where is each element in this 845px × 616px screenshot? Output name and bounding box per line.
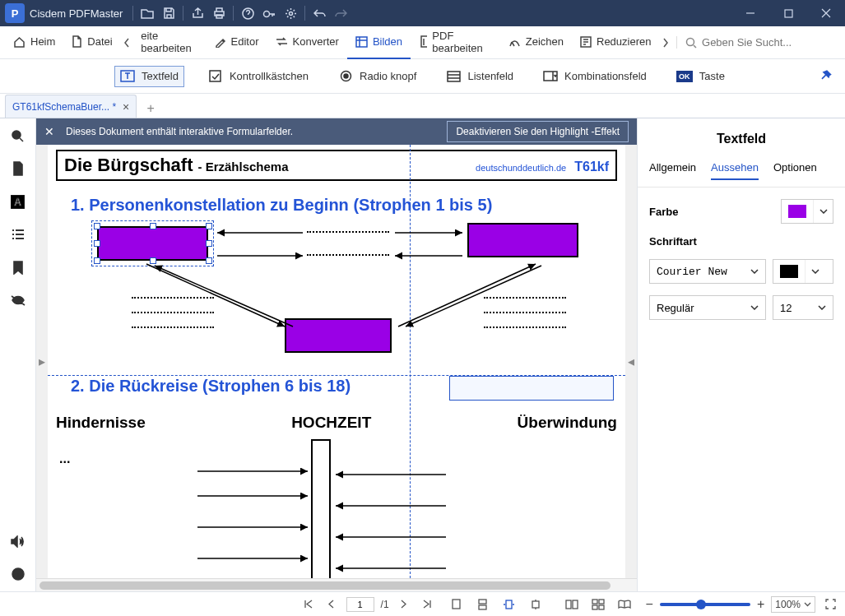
form-field-selected[interactable] [97,226,208,261]
single-page-view-icon[interactable] [448,596,465,613]
add-tab-button[interactable]: + [142,100,160,118]
fullscreen-icon[interactable] [822,596,838,613]
form-field-outline[interactable] [449,376,614,401]
fit-page-icon[interactable] [527,596,544,613]
tab-datei[interactable]: Datei [63,26,120,59]
ptab-aussehen[interactable]: Aussehen [711,161,759,180]
svg-rect-4 [356,37,367,47]
svg-rect-33 [453,600,460,609]
outline-panel-icon[interactable] [9,225,27,243]
page-site-link[interactable]: deutschunddeutlich.de [476,163,566,173]
save-icon[interactable] [158,0,179,26]
ptab-optionen[interactable]: Optionen [773,161,817,180]
resize-handle[interactable] [94,240,100,247]
search-panel-icon[interactable] [9,127,27,145]
last-page-icon[interactable] [419,596,435,613]
separator [183,6,183,21]
svg-rect-11 [448,72,460,81]
document-tab-label: GT61kfSchemaBuer... * [12,101,116,113]
arrow-icon [334,502,449,510]
tab-zeichen[interactable]: Zeichen [500,26,572,59]
resize-handle[interactable] [150,223,156,229]
banner-close-icon[interactable]: ✕ [44,125,54,138]
page-code: T61kf [574,160,609,174]
zoom-slider[interactable] [660,603,750,606]
zoom-out-icon[interactable]: − [646,597,653,612]
toolbar-search[interactable] [676,36,840,49]
info-icon[interactable] [9,565,27,583]
resize-handle[interactable] [94,257,100,264]
collapse-left-icon[interactable]: ▸ [36,145,48,578]
print-icon[interactable] [208,0,230,26]
resize-handle[interactable] [206,223,212,229]
font-size-dropdown[interactable]: 12 [773,295,833,320]
chevron-down-icon [813,200,833,223]
fit-width-icon[interactable] [501,596,518,613]
form-field[interactable] [467,223,578,257]
help-icon[interactable] [237,0,258,26]
two-page-view-icon[interactable] [564,596,580,613]
resize-handle[interactable] [206,240,212,247]
svg-rect-41 [599,600,604,604]
pages-panel-icon[interactable] [9,160,27,178]
zoom-in-icon[interactable]: + [757,597,764,612]
font-family-dropdown[interactable]: Courier New [649,259,766,284]
continuous-view-icon[interactable] [475,596,491,613]
redact-panel-icon[interactable] [9,291,27,309]
tab-seite-bearbeiten[interactable]: eite bearbeiten [132,26,206,59]
collapse-right-icon[interactable]: ◂ [625,145,637,578]
undo-icon[interactable] [309,0,330,26]
pin-icon[interactable] [819,69,833,84]
share-icon[interactable] [187,0,208,26]
prev-page-icon[interactable] [323,596,340,613]
resize-handle[interactable] [94,223,100,229]
subhead-hochzeit: HOCHZEIT [291,414,371,432]
document-tab[interactable]: GT61kfSchemaBuer... * × [5,95,137,118]
close-tab-icon[interactable]: × [123,100,129,113]
zoom-level-dropdown[interactable]: 100% [771,596,815,613]
page-number-input[interactable] [346,597,374,612]
horizontal-scrollbar[interactable] [36,578,637,591]
tool-listenfeld[interactable]: Listenfeld [440,66,519,87]
tool-taste[interactable]: OKTaste [671,66,731,86]
combobox-icon [543,70,558,83]
open-icon[interactable] [137,0,158,26]
search-input[interactable] [702,36,840,49]
key-icon[interactable] [258,0,280,26]
tool-radio-knopf[interactable]: Radio knopf [332,66,422,87]
tool-kombinationsfeld[interactable]: Kombinationsfeld [537,66,652,87]
banner-action-button[interactable]: Deaktivieren Sie den Highlight -Effekt [447,121,629,142]
redo-icon[interactable] [330,0,351,26]
close-button[interactable] [807,0,845,26]
first-page-icon[interactable] [300,596,317,613]
color-swatch [788,205,806,218]
tab-heim[interactable]: Heim [5,26,63,59]
tab-editor[interactable]: Editor [207,26,267,59]
next-page-icon[interactable] [396,596,412,613]
tool-kontrollkaestchen[interactable]: Kontrollkästchen [202,66,314,87]
maximize-button[interactable] [769,0,807,26]
ptab-allgemein[interactable]: Allgemein [649,161,696,180]
font-color-dropdown[interactable] [773,259,833,284]
settings-icon[interactable] [280,0,301,26]
color-dropdown[interactable] [781,199,833,224]
scroll-left-icon[interactable] [121,26,133,59]
sound-icon[interactable] [9,532,27,550]
two-page-continuous-icon[interactable] [590,596,606,613]
font-style-dropdown[interactable]: Regulär [649,295,766,320]
minimize-button[interactable] [731,0,769,26]
text-panel-icon[interactable]: A [9,192,27,211]
scroll-right-icon[interactable] [660,26,672,59]
svg-point-2 [289,12,292,15]
pdf-page[interactable]: Die Bürgschaft - Erzählschema deutschund… [48,145,625,578]
bookmark-panel-icon[interactable] [9,258,27,276]
tab-bilden[interactable]: Bilden [347,26,411,59]
zoom-slider-handle[interactable] [696,600,706,609]
arrow-icon [392,251,466,261]
tab-pdf-bearbeiten[interactable]: PDF bearbeiten [411,26,500,59]
tab-konverter[interactable]: Konverter [267,26,347,59]
arrow-icon [397,262,562,336]
tool-textfeld[interactable]: Textfeld [114,66,184,87]
read-mode-icon[interactable] [616,596,633,613]
tab-reduzieren[interactable]: Reduzieren [572,26,660,59]
